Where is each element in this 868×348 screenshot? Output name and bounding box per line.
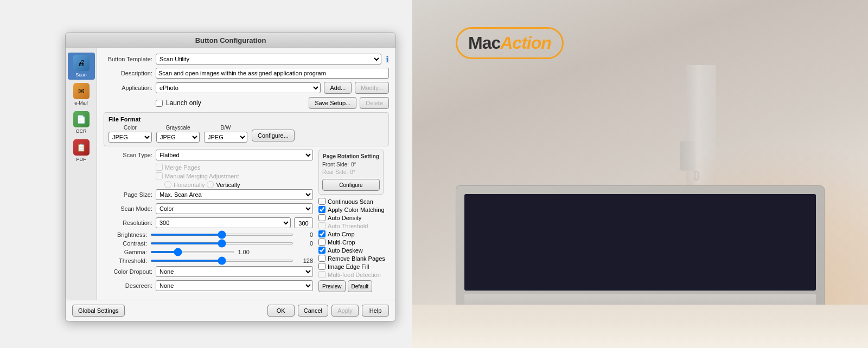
image-edge-fill-checkbox[interactable]	[318, 263, 326, 270]
save-setup-button[interactable]: Save Setup...	[309, 97, 356, 109]
modify-button[interactable]: Modify...	[355, 82, 389, 94]
application-label: Application:	[104, 85, 152, 91]
rear-side-row: Rear Side: 0°	[322, 169, 380, 175]
auto-threshold-checkbox[interactable]	[318, 222, 326, 229]
button-template-label: Button Template:	[104, 56, 152, 62]
sidebar-item-scan-label: Scan	[75, 72, 87, 78]
dialog-title: Button Configuration	[66, 33, 395, 48]
auto-threshold-row: Auto Threshold	[318, 222, 389, 229]
contrast-slider[interactable]	[150, 242, 293, 244]
left-panel: Button Configuration 🖨 Scan ✉ e-Mail 📄	[0, 0, 412, 348]
continuous-scan-row: Continuous Scan	[318, 198, 389, 205]
horizontally-radio[interactable]	[164, 181, 171, 188]
manual-merging-label: Manual Merging Adjustment	[165, 173, 239, 179]
description-input[interactable]: Scan and open images within the assigned…	[156, 68, 389, 79]
laptop-screen	[464, 194, 816, 291]
remove-blank-pages-label: Remove Blank Pages	[328, 255, 385, 262]
brightness-label: Brightness:	[104, 231, 147, 238]
grayscale-format-select[interactable]: JPEG	[156, 132, 200, 143]
bw-format-select[interactable]: JPEG	[204, 132, 247, 143]
auto-crop-row: Auto Crop	[318, 230, 389, 237]
button-template-select[interactable]: Scan Utility	[156, 54, 381, 65]
cancel-button[interactable]: Cancel	[298, 305, 328, 317]
threshold-slider[interactable]	[150, 260, 293, 262]
preview-button[interactable]: Preview	[318, 280, 346, 292]
sidebar-item-pdf-label: PDF	[76, 157, 86, 162]
sidebar-item-scan[interactable]: 🖨 Scan	[68, 53, 95, 80]
gamma-slider[interactable]	[150, 251, 234, 253]
configure-btn-area: Configure...	[252, 130, 295, 143]
multi-crop-checkbox[interactable]	[318, 239, 326, 246]
merge-pages-checkbox[interactable]	[156, 164, 163, 171]
descreen-select[interactable]: None	[156, 280, 313, 291]
laptop-body	[456, 185, 825, 315]
brightness-slider[interactable]	[150, 234, 293, 236]
apply-button[interactable]: Apply	[331, 305, 359, 317]
gamma-label: Gamma:	[104, 249, 147, 255]
options-panel: Continuous Scan Apply Color Matching Aut…	[318, 198, 389, 292]
email-icon: ✉	[73, 83, 90, 99]
auto-density-label: Auto Density	[328, 215, 361, 221]
resolution-number: 300	[294, 217, 313, 228]
auto-deskew-checkbox[interactable]	[318, 247, 326, 254]
multi-feed-detection-checkbox[interactable]	[318, 271, 326, 278]
descreen-label: Descreen:	[104, 282, 152, 289]
dialog-footer: Global Settings OK Cancel Apply Help	[66, 300, 395, 321]
ok-button[interactable]: OK	[267, 305, 295, 317]
color-format-select[interactable]: JPEG	[108, 132, 152, 143]
front-side-label: Front Side:	[322, 162, 349, 167]
add-button[interactable]: Add...	[324, 82, 352, 94]
logo-mac-text: Mac	[468, 33, 500, 53]
launch-only-checkbox[interactable]	[156, 100, 163, 107]
delete-button[interactable]: Delete	[360, 97, 389, 109]
multi-feed-detection-row: Multi-feed Detection	[318, 271, 389, 278]
vertically-label: Vertically	[216, 182, 240, 188]
launch-save-row: Launch only Save Setup... Delete	[156, 97, 389, 109]
brightness-row: Brightness: 0	[104, 231, 313, 238]
scan-type-select[interactable]: Flatbed	[156, 150, 313, 160]
remove-blank-pages-checkbox[interactable]	[318, 255, 326, 262]
auto-deskew-label: Auto Deskew	[328, 247, 363, 254]
scan-mode-select[interactable]: Color	[156, 203, 313, 214]
sidebar-item-email[interactable]: ✉ e-Mail	[68, 81, 95, 108]
resolution-select[interactable]: 300	[156, 217, 291, 228]
auto-density-row: Auto Density	[318, 214, 389, 221]
apply-color-matching-checkbox[interactable]	[318, 206, 326, 213]
rear-side-label: Rear Side:	[322, 169, 348, 175]
sidebar-item-pdf[interactable]: 📋 PDF	[68, 137, 95, 164]
multi-feed-detection-label: Multi-feed Detection	[328, 272, 381, 278]
color-format-label: Color	[108, 125, 152, 131]
lower-section: Scan Type: Flatbed Merge Pages	[104, 150, 389, 294]
color-format-col: Color JPEG	[108, 125, 152, 143]
auto-density-checkbox[interactable]	[318, 214, 326, 221]
help-button[interactable]: Help	[362, 305, 389, 317]
vertically-radio[interactable]	[207, 181, 214, 188]
footer-right: OK Cancel Apply Help	[267, 305, 389, 317]
page-rotation-panel: Page Rotation Setting Front Side: 0° Rea…	[318, 150, 384, 195]
button-config-dialog: Button Configuration 🖨 Scan ✉ e-Mail 📄	[65, 33, 396, 321]
apply-color-matching-row: Apply Color Matching	[318, 206, 389, 213]
descreen-row: Descreen: None	[104, 280, 313, 291]
configure-rotation-button[interactable]: Configure	[322, 179, 380, 191]
global-settings-button[interactable]: Global Settings	[72, 305, 125, 317]
page-size-select[interactable]: Max. Scan Area	[156, 189, 313, 200]
resolution-label: Resolution:	[104, 220, 152, 226]
sidebar-item-ocr-label: OCR	[76, 128, 87, 134]
auto-crop-checkbox[interactable]	[318, 230, 326, 237]
color-dropout-select[interactable]: None	[156, 266, 313, 277]
sidebar-item-ocr[interactable]: 📄 OCR	[68, 109, 95, 136]
page-size-label: Page Size:	[104, 191, 152, 198]
button-template-info-icon: ℹ	[386, 54, 389, 65]
application-select[interactable]: ePhoto	[156, 82, 321, 93]
file-format-title: File Format	[108, 116, 384, 123]
manual-merging-checkbox[interactable]	[156, 172, 163, 179]
continuous-scan-checkbox[interactable]	[318, 198, 326, 205]
image-edge-fill-label: Image Edge Fill	[328, 263, 369, 270]
configure-button[interactable]: Configure...	[252, 130, 295, 141]
description-row: Description: Scan and open images within…	[104, 68, 389, 79]
dialog-sidebar: 🖨 Scan ✉ e-Mail 📄 OCR 📋 PDF	[66, 48, 97, 300]
image-edge-fill-row: Image Edge Fill	[318, 263, 389, 270]
auto-crop-label: Auto Crop	[328, 231, 355, 237]
color-dropout-row: Color Dropout: None	[104, 266, 313, 277]
default-button[interactable]: Default	[348, 280, 373, 292]
